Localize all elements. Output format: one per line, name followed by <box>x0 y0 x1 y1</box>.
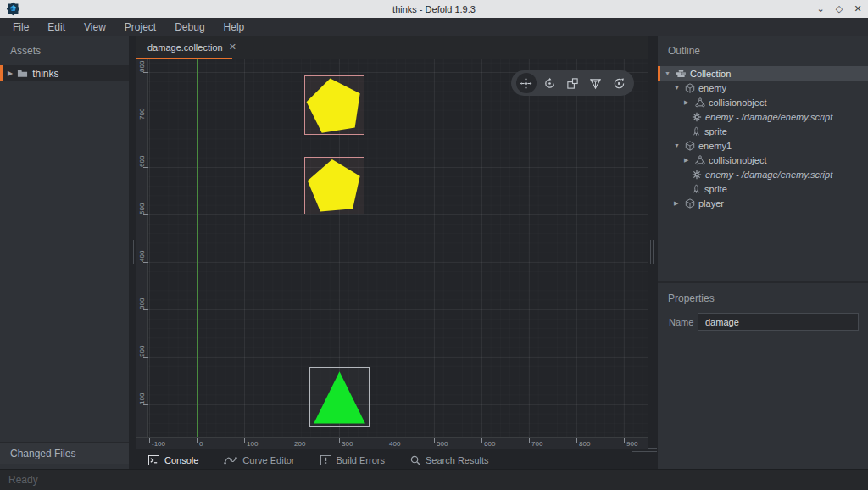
ruler-label: 800 <box>137 43 147 72</box>
camera-reset-tool-button[interactable] <box>609 73 629 93</box>
chevron-down-icon[interactable]: ▼ <box>674 142 682 148</box>
script-icon <box>692 112 702 122</box>
menu-help[interactable]: Help <box>214 18 254 36</box>
outline-row-label: collisionobject <box>709 97 766 108</box>
asset-item-label: thinks <box>32 68 58 80</box>
outline-row-enemy1[interactable]: ▼ enemy1 <box>658 138 868 153</box>
script-icon <box>692 170 702 180</box>
scene-object-enemy1[interactable] <box>304 157 364 214</box>
menu-debug[interactable]: Debug <box>165 18 214 36</box>
outline-row-label: Collection <box>690 69 731 79</box>
tab-search-results[interactable]: Search Results <box>410 455 489 465</box>
scale-tool-button[interactable] <box>562 73 582 93</box>
close-icon[interactable]: ✕ <box>853 3 863 14</box>
outline-tree: ▼ Collection ▼ enemy ▶ <box>658 66 868 210</box>
outline-row-enemy[interactable]: ▼ enemy <box>658 81 868 95</box>
triangle-sprite <box>310 368 369 426</box>
tab-damage-collection[interactable]: damage.collection ✕ <box>136 36 232 59</box>
outline-row-enemy-script[interactable]: enemy - /damage/enemy.script <box>658 109 868 124</box>
menu-project[interactable]: Project <box>115 18 165 36</box>
ruler-label: 900 <box>626 440 637 448</box>
scene-editor-viewport[interactable]: 800 700 600 500 400 300 200 100 -100 0 1… <box>136 59 648 449</box>
camera-reset-icon <box>613 77 626 90</box>
status-bar: Ready <box>0 469 868 490</box>
move-icon <box>520 77 532 90</box>
ruler-label: 300 <box>342 440 353 448</box>
defold-editor-window: thinks - Defold 1.9.3 ⌄ ◇ ✕ File Edit Vi… <box>0 0 868 490</box>
chevron-down-icon[interactable]: ▼ <box>665 70 672 76</box>
ruler-label: 200 <box>137 328 147 357</box>
minimize-icon[interactable]: ⌄ <box>815 3 826 14</box>
rotate-icon <box>543 77 556 90</box>
outline-row-enemy-script[interactable]: enemy - /damage/enemy.script <box>658 167 868 181</box>
tab-console[interactable]: Console <box>148 455 198 465</box>
perspective-tool-button[interactable] <box>586 73 606 93</box>
chevron-right-icon[interactable]: ▶ <box>8 70 13 77</box>
ruler-label: 500 <box>137 186 147 214</box>
vertical-ruler: 800 700 600 500 400 300 200 100 <box>136 59 148 437</box>
scene-object-player[interactable] <box>309 367 370 427</box>
outline-row-sprite[interactable]: sprite <box>658 124 868 138</box>
y-axis-line <box>197 59 198 437</box>
move-tool-button[interactable] <box>516 73 537 93</box>
tab-curve-editor-label: Curve Editor <box>242 455 294 465</box>
bottom-tool-tabs: Console Curve Editor Build Errors Search… <box>136 451 648 469</box>
collision-object-icon <box>695 155 705 165</box>
outline-row-collisionobject[interactable]: ▶ collisionobject <box>658 95 868 109</box>
outline-row-collisionobject[interactable]: ▶ collisionobject <box>658 153 868 167</box>
outline-properties-divider[interactable] <box>658 281 868 283</box>
ruler-label: 400 <box>389 440 400 448</box>
horizontal-ruler: -100 0 100 200 300 400 500 600 700 800 9… <box>136 437 648 449</box>
chevron-right-icon[interactable]: ▶ <box>674 200 682 207</box>
console-icon <box>148 455 159 465</box>
ruler-label: 700 <box>137 91 147 120</box>
outline-row-label: enemy - /damage/enemy.script <box>705 170 832 180</box>
menu-file[interactable]: File <box>3 18 38 36</box>
outline-row-label: sprite <box>704 184 727 194</box>
scene-canvas[interactable] <box>148 59 648 437</box>
left-splitter-handle[interactable] <box>131 240 136 264</box>
outline-row-label: player <box>698 198 724 209</box>
ruler-label: 100 <box>137 376 147 404</box>
tab-console-label: Console <box>164 455 198 465</box>
chevron-right-icon[interactable]: ▶ <box>684 99 692 106</box>
properties-panel-title: Properties <box>658 284 868 311</box>
outline-row-label: enemy1 <box>698 141 732 151</box>
tab-curve-editor[interactable]: Curve Editor <box>224 455 294 465</box>
tab-build-errors[interactable]: Build Errors <box>320 455 385 465</box>
chevron-right-icon[interactable]: ▶ <box>684 157 692 164</box>
outline-row-player[interactable]: ▶ player <box>658 196 868 210</box>
outline-panel-title: Outline <box>658 36 868 64</box>
menu-edit[interactable]: Edit <box>38 18 75 36</box>
ruler-label: -100 <box>152 440 165 448</box>
menu-view[interactable]: View <box>75 18 115 36</box>
outline-row-collection[interactable]: ▼ Collection <box>658 66 868 81</box>
sprite-icon <box>692 126 701 136</box>
changed-files-header[interactable]: Changed Files <box>0 442 129 464</box>
outline-row-sprite[interactable]: sprite <box>658 181 868 196</box>
ruler-label: 300 <box>137 281 147 309</box>
menu-bar: File Edit View Project Debug Help <box>0 18 868 36</box>
property-row-name: Name <box>658 313 868 331</box>
outline-row-label: enemy - /damage/enemy.script <box>705 112 832 122</box>
game-object-icon <box>685 198 695 209</box>
outline-panel: Outline ▼ Collection ▼ en <box>658 36 868 469</box>
defold-logo-icon <box>6 2 20 16</box>
ruler-label: 400 <box>137 233 147 262</box>
asset-item-thinks[interactable]: ▶ thinks <box>0 65 129 81</box>
game-object-icon <box>685 83 695 93</box>
assets-panel-title: Assets <box>0 36 129 64</box>
rotate-tool-button[interactable] <box>539 73 559 93</box>
outline-row-label: collisionobject <box>709 155 766 165</box>
pentagon-sprite <box>305 158 364 214</box>
right-splitter-handle[interactable] <box>650 240 655 264</box>
window-title: thinks - Defold 1.9.3 <box>0 4 868 14</box>
ruler-label: 600 <box>137 138 147 167</box>
maximize-icon[interactable]: ◇ <box>834 3 844 14</box>
chevron-down-icon[interactable]: ▼ <box>674 85 682 91</box>
name-field[interactable] <box>698 313 859 331</box>
scene-object-enemy[interactable] <box>304 75 364 135</box>
perspective-icon <box>589 77 602 90</box>
tab-close-icon[interactable]: ✕ <box>229 42 236 53</box>
scene-toolbar <box>511 70 634 96</box>
